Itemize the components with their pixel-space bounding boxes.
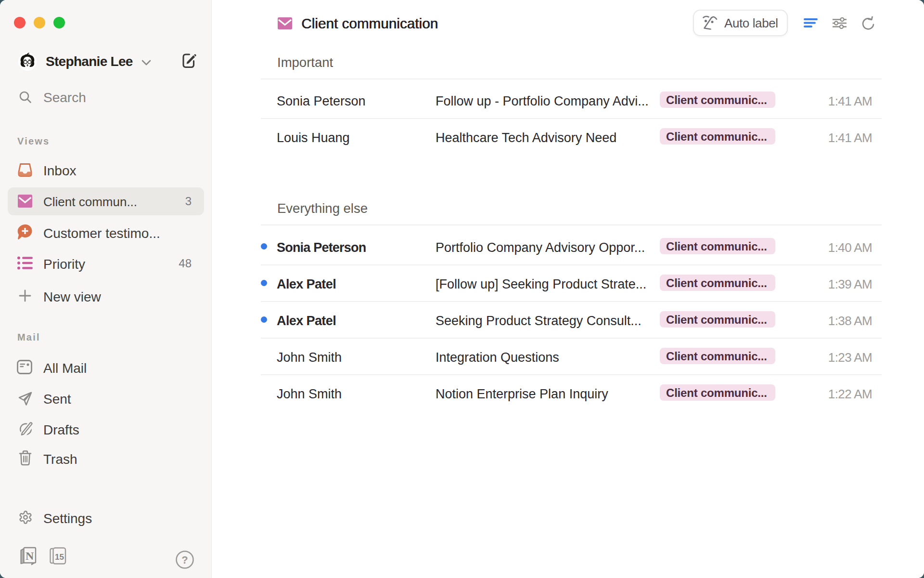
svg-text:N: N xyxy=(26,550,34,562)
svg-text:15: 15 xyxy=(55,552,64,562)
svg-text:?: ? xyxy=(181,554,188,566)
